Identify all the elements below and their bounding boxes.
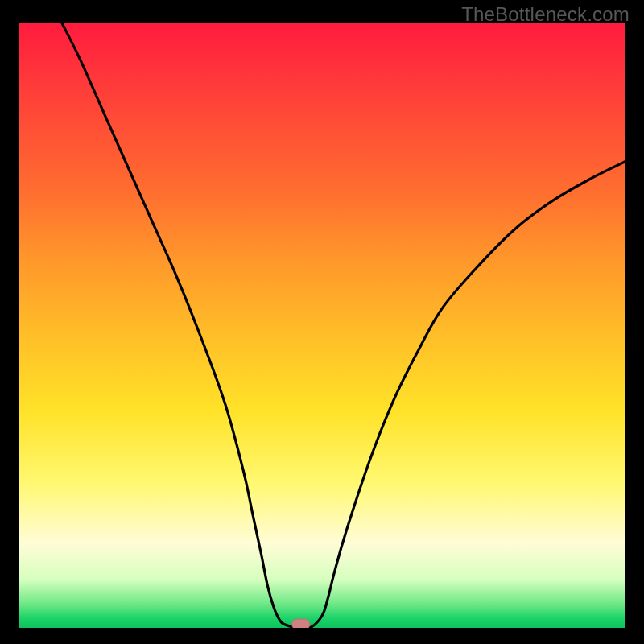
chart-frame [19,23,625,628]
chart-svg [19,23,625,628]
bottleneck-curve [62,23,625,628]
watermark-text: TheBottleneck.com [461,3,630,26]
optimal-marker [292,619,310,628]
